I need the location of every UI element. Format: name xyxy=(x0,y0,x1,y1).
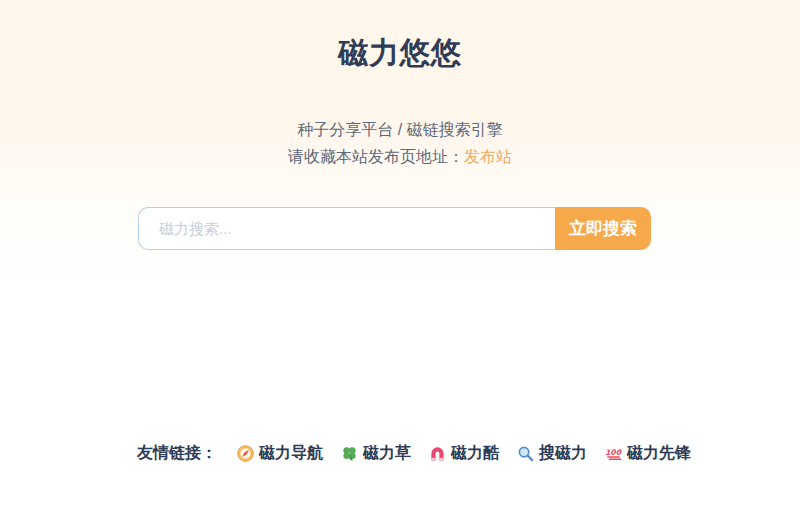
search-bar: 立即搜索 xyxy=(138,207,651,250)
magnifier-icon xyxy=(517,445,534,462)
page-title: 磁力悠悠 xyxy=(0,33,800,74)
search-input[interactable] xyxy=(138,207,555,250)
publish-site-link[interactable]: 发布站 xyxy=(464,148,512,165)
friend-link-cili-ku[interactable]: 磁力酷 xyxy=(429,443,499,464)
friend-links: 友情链接： 磁力导航 磁力草 xyxy=(137,443,691,464)
svg-text:100: 100 xyxy=(605,448,622,457)
friend-link-cili-daohang[interactable]: 磁力导航 xyxy=(237,443,323,464)
clover-icon xyxy=(341,445,358,462)
search-button[interactable]: 立即搜索 xyxy=(555,207,651,250)
friend-link-label: 磁力先锋 xyxy=(627,443,691,464)
notice-line: 请收藏本站发布页地址：发布站 xyxy=(0,143,800,170)
friend-link-label: 磁力导航 xyxy=(259,443,323,464)
friend-link-cili-cao[interactable]: 磁力草 xyxy=(341,443,411,464)
friend-link-label: 磁力草 xyxy=(363,443,411,464)
friend-links-label: 友情链接： xyxy=(137,443,217,464)
friend-link-sou-cili[interactable]: 搜磁力 xyxy=(517,443,587,464)
friend-link-cili-xianfeng[interactable]: 100 磁力先锋 xyxy=(605,443,691,464)
intro-text: 种子分享平台 / 磁链搜索引擎 请收藏本站发布页地址：发布站 xyxy=(0,116,800,170)
friend-link-label: 搜磁力 xyxy=(539,443,587,464)
notice-prefix: 请收藏本站发布页地址： xyxy=(288,148,464,165)
hundred-points-icon: 100 xyxy=(605,445,622,462)
friend-link-label: 磁力酷 xyxy=(451,443,499,464)
compass-icon xyxy=(237,445,254,462)
tagline: 种子分享平台 / 磁链搜索引擎 xyxy=(0,116,800,143)
magnet-icon xyxy=(429,445,446,462)
